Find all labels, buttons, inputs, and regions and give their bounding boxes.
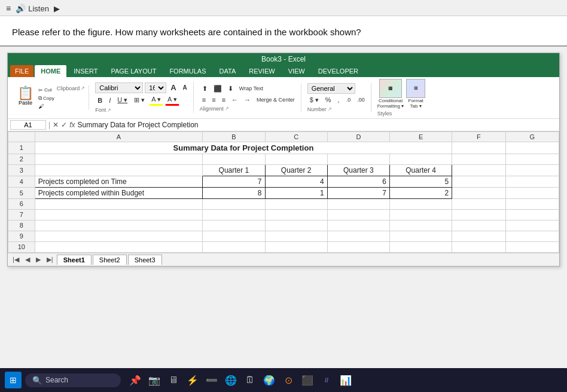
tab-developer[interactable]: DEVELOPER (312, 65, 364, 77)
taskbar-icon-calendar[interactable]: 🗓 (242, 372, 258, 388)
format-painter-button[interactable]: 🖌 (37, 103, 56, 110)
confirm-formula-icon[interactable]: ✓ (61, 121, 67, 129)
taskbar-icon-chrome[interactable]: 🌍 (261, 372, 278, 388)
col-header-c[interactable]: C (265, 131, 327, 142)
cell-b5[interactable]: 8 (203, 187, 265, 198)
sheet-tab-nav-left[interactable]: |◀ (10, 255, 22, 264)
cell-f1[interactable] (452, 142, 505, 154)
taskbar-icon-excel[interactable]: 📊 (337, 372, 354, 388)
col-header-d[interactable]: D (327, 131, 389, 142)
taskbar-icon-camera[interactable]: 📷 (146, 372, 163, 388)
sheet-tab-3[interactable]: Sheet3 (128, 255, 162, 265)
tab-view[interactable]: VIEW (282, 65, 311, 77)
cell-f5[interactable] (452, 187, 505, 198)
font-grow-button[interactable]: A (168, 82, 178, 93)
formula-input[interactable] (77, 121, 557, 129)
copy-button[interactable]: ⧉ Copy (37, 94, 56, 102)
cell-b4[interactable]: 7 (203, 176, 265, 187)
start-button[interactable]: ⊞ (5, 372, 22, 388)
alignment-launch-icon[interactable]: ↗ (225, 106, 229, 111)
align-center-button[interactable]: ≡ (209, 95, 218, 105)
align-right-button[interactable]: ≡ (220, 95, 228, 105)
cell-d3[interactable]: Quarter 3 (327, 164, 389, 176)
align-left-button[interactable]: ≡ (200, 95, 208, 105)
cell-c2[interactable] (265, 154, 327, 164)
font-size-select[interactable]: 16 (145, 82, 166, 93)
currency-button[interactable]: $ ▾ (307, 95, 321, 105)
bold-button[interactable]: B (95, 96, 105, 105)
col-header-e[interactable]: E (390, 131, 452, 142)
cell-d5[interactable]: 7 (327, 187, 389, 198)
taskbar-search[interactable]: 🔍 Search (25, 373, 121, 387)
cell-d4[interactable]: 6 (327, 176, 389, 187)
cell-reference-input[interactable] (10, 120, 46, 130)
cell-f4[interactable] (452, 176, 505, 187)
wrap-text-button[interactable]: Wrap Text (237, 84, 266, 93)
insert-function-icon[interactable]: fx (69, 121, 75, 129)
tab-review[interactable]: REVIEW (243, 65, 281, 77)
taskbar-icon-files[interactable]: 📌 (127, 372, 144, 388)
dec-increase-button[interactable]: .0 (344, 96, 353, 104)
taskbar-icon-minus[interactable]: ➖ (203, 372, 220, 388)
font-launch-icon[interactable]: ↗ (107, 108, 111, 113)
cell-f2[interactable] (452, 154, 505, 164)
number-launch-icon[interactable]: ↗ (328, 106, 332, 112)
decrease-indent-button[interactable]: ← (229, 95, 240, 105)
dec-decrease-button[interactable]: .00 (355, 96, 367, 104)
paste-button[interactable]: 📋 Paste (15, 85, 36, 107)
cell-a1[interactable]: Summary Data for Project Completion (35, 142, 452, 154)
cell-g5[interactable] (505, 187, 559, 198)
cell-g1[interactable] (505, 142, 559, 154)
sheet-tab-nav-prev[interactable]: ◀ (23, 255, 32, 264)
percent-button[interactable]: % (323, 95, 334, 105)
cell-a4[interactable]: Projects completed on Time (35, 176, 203, 187)
number-format-select[interactable]: General (307, 83, 355, 94)
cell-c3[interactable]: Quarter 2 (265, 164, 327, 176)
cell-g2[interactable] (505, 154, 559, 164)
cell-b3[interactable]: Quarter 1 (203, 164, 265, 176)
cell-d2[interactable] (327, 154, 389, 164)
cell-g4[interactable] (505, 176, 559, 187)
cell-a5[interactable]: Projects completed within Budget (35, 187, 203, 198)
clipboard-launch-icon[interactable]: ↗ (81, 85, 85, 91)
listen-button[interactable]: 🔊 Listen (16, 4, 49, 13)
font-color-button[interactable]: A ▾ (165, 94, 179, 106)
tab-home[interactable]: HOME (35, 65, 66, 77)
cell-a3[interactable] (35, 164, 203, 176)
cut-button[interactable]: ✂ Cut (37, 87, 56, 94)
border-button[interactable]: ⊞ ▾ (132, 95, 147, 105)
cell-e5[interactable]: 2 (390, 187, 452, 198)
align-middle-button[interactable]: ⬛ (211, 84, 224, 94)
cell-c5[interactable]: 1 (265, 187, 327, 198)
cell-b2[interactable] (203, 154, 265, 164)
fill-color-button[interactable]: A ▾ (149, 94, 163, 106)
cell-g3[interactable] (505, 164, 559, 176)
taskbar-icon-edge[interactable]: 🌐 (222, 372, 239, 388)
font-name-select[interactable]: Calibri (95, 82, 143, 93)
play-icon[interactable]: ▶ (54, 4, 60, 13)
sheet-tab-nav-right[interactable]: ▶| (44, 255, 56, 264)
cell-f3[interactable] (452, 164, 505, 176)
italic-button[interactable]: I (106, 96, 113, 105)
underline-button[interactable]: U ▾ (115, 95, 130, 105)
sheet-tab-2[interactable]: Sheet2 (93, 255, 127, 265)
cell-e4[interactable]: 5 (390, 176, 452, 187)
tab-insert[interactable]: INSERT (68, 65, 103, 77)
font-shrink-button[interactable]: A (181, 83, 190, 92)
cancel-formula-icon[interactable]: ✕ (53, 121, 59, 129)
col-header-f[interactable]: F (452, 131, 505, 142)
taskbar-icon-teams[interactable]: // (318, 372, 335, 388)
taskbar-icon-circle[interactable]: ⊙ (280, 372, 297, 388)
tab-data[interactable]: DATA (214, 65, 242, 77)
col-header-a[interactable]: A (35, 131, 203, 142)
merge-center-button[interactable]: Merge & Center (254, 96, 297, 104)
cell-e2[interactable] (390, 154, 452, 164)
cell-a2[interactable] (35, 154, 203, 164)
tab-formulas[interactable]: FORMULAS (163, 65, 212, 77)
cell-c4[interactable]: 4 (265, 176, 327, 187)
col-header-g[interactable]: G (505, 131, 559, 142)
sheet-tab-nav-next[interactable]: ▶ (33, 255, 43, 264)
increase-indent-button[interactable]: → (242, 95, 253, 105)
cell-e3[interactable]: Quarter 4 (390, 164, 452, 176)
hamburger-icon[interactable]: ≡ (6, 4, 11, 13)
